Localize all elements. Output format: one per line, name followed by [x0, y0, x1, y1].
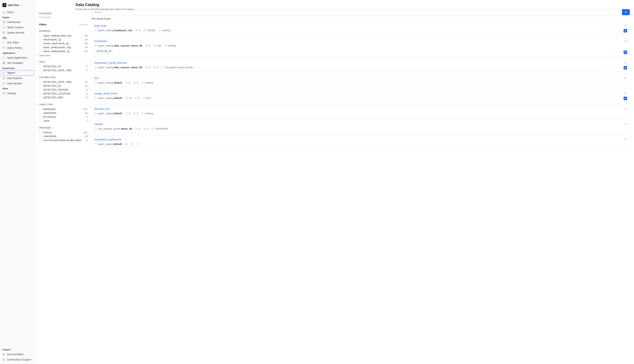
sidebar-item-lakehouses[interactable]: Lakehouses	[0, 20, 35, 25]
checkbox[interactable]	[39, 81, 42, 84]
filter-option[interactable]: iceberg211	[39, 130, 88, 134]
filter-count: 44	[85, 34, 88, 37]
filter-option[interactable]: DETECTED_PII7	[39, 64, 88, 68]
star-icon[interactable]	[624, 76, 627, 80]
result-title[interactable]: sample	[94, 122, 103, 126]
star-icon[interactable]	[624, 138, 627, 141]
filter-option[interactable]: DETECTED_NRP3	[39, 96, 88, 100]
checkbox[interactable]	[39, 50, 42, 52]
svg-rect-49	[144, 128, 145, 128]
filter-group-schemas: SCHEMAS	[39, 30, 88, 32]
checkbox[interactable]	[39, 92, 42, 95]
checkbox[interactable]	[39, 65, 42, 68]
sidebar-item-sql-editor[interactable]: SQL Editor	[0, 40, 35, 45]
checkbox[interactable]	[39, 69, 42, 72]
checkbox[interactable]	[39, 34, 42, 37]
result-title[interactable]: test	[94, 76, 98, 80]
filter-option[interactable]: com.microsoft.sqlserver.jdbc.spark4	[39, 138, 88, 142]
filter-option[interactable]: DETECTED_DATE_TIME23	[39, 80, 88, 84]
user-menu[interactable]: JD John Doe ▾	[0, 2, 35, 10]
checkbox[interactable]	[39, 116, 42, 118]
sidebar-item-jupyter-kernels[interactable]: Jupyter Kernels	[0, 30, 35, 35]
result-title[interactable]: employees_partitioned	[94, 138, 121, 141]
checkbox[interactable]	[39, 139, 42, 142]
checkbox[interactable]	[39, 42, 42, 45]
svg-rect-8	[3, 63, 4, 64]
checkbox[interactable]	[39, 112, 42, 114]
sidebar-item-community-support[interactable]: Community & Support	[0, 357, 35, 362]
result-title[interactable]: employees	[94, 40, 107, 42]
search-icon	[3, 72, 6, 74]
filter-option[interactable]: DETECTED_PERSON6	[39, 88, 88, 92]
result-title[interactable]: dept_emp	[94, 24, 106, 27]
result-title[interactable]: decimal_test	[94, 107, 109, 110]
schema-path: spark_catalog.default	[94, 143, 122, 146]
svg-point-16	[95, 29, 96, 30]
svg-rect-30	[154, 68, 156, 68]
file-icon	[151, 128, 154, 130]
filter-option[interactable]: UNKNOWN14	[39, 111, 88, 115]
filter-option[interactable]: MANAGED221	[39, 107, 88, 111]
rows-count: 100	[154, 44, 161, 47]
columns-count: 0	[125, 81, 130, 84]
svg-rect-42	[126, 112, 126, 114]
sidebar-item-data-explorer[interactable]: Data Explorer	[0, 76, 35, 81]
checkbox[interactable]	[39, 96, 42, 99]
sidebar-item-search[interactable]: Search	[1, 70, 34, 76]
star-icon[interactable]	[624, 122, 627, 126]
checkbox[interactable]	[39, 131, 42, 134]
filter-name: UNKNOWN	[43, 112, 83, 114]
checkbox[interactable]	[39, 85, 42, 87]
star-icon[interactable]	[624, 24, 627, 28]
columns-icon	[135, 128, 138, 130]
checkbox[interactable]	[39, 38, 42, 41]
clear-all-button[interactable]: Clear all	[79, 23, 88, 26]
explorer-icon	[2, 77, 5, 80]
sidebar-item-home[interactable]: Home	[0, 10, 35, 15]
columns-icon	[145, 44, 148, 47]
file-icon	[162, 66, 164, 68]
nav-label: Lakehouses	[7, 21, 20, 24]
star-icon[interactable]	[624, 107, 627, 110]
star-icon[interactable]	[624, 39, 627, 43]
nav-label: Community & Support	[7, 358, 31, 361]
schema-path: spark_catalog.data_sources_demo_db	[94, 66, 142, 69]
sidebar-item-spark-connect[interactable]: Spark Connect	[0, 25, 35, 30]
svg-rect-2	[3, 32, 5, 34]
checkbox[interactable]	[39, 135, 42, 138]
shield-icon	[2, 82, 5, 85]
filter-option[interactable]: spark_catalog.tpcds_10g24	[39, 45, 88, 49]
filter-option[interactable]: DETECTED_DATE_TIME1	[39, 68, 88, 72]
sidebar-item-job-templates[interactable]: Job Templates	[0, 60, 35, 66]
sidebar-item-spark-applications[interactable]: Spark Applications	[0, 55, 35, 60]
search-input[interactable]	[92, 9, 622, 15]
sidebar-item-query-history[interactable]: Query History	[0, 45, 35, 50]
sidebar-item-settings[interactable]: Settings	[0, 91, 35, 96]
filter-option[interactable]: VIEW1	[39, 119, 88, 123]
filter-option[interactable]: EXTERNAL3	[39, 115, 88, 119]
checkbox[interactable]	[39, 46, 42, 49]
checkbox[interactable]	[39, 108, 42, 110]
filter-option[interactable]: DETECTED_LOCATION4	[39, 92, 88, 96]
provider: iceberg	[164, 44, 176, 47]
svg-point-5	[4, 57, 4, 58]
result-title[interactable]: ranger_audit_event	[94, 92, 117, 95]
view-more-button[interactable]: View more	[39, 54, 50, 57]
filter-option[interactable]: spark_catalog.nurlan_test44	[39, 34, 88, 38]
columns-icon	[136, 29, 138, 32]
nav-label: Spark Applications	[7, 56, 27, 59]
result-title[interactable]: employees_mysql_external	[94, 61, 126, 64]
filter-option[interactable]: DETECTED_PII12	[39, 84, 88, 88]
search-button[interactable]	[622, 9, 630, 15]
star-icon[interactable]	[624, 92, 627, 95]
filter-option[interactable]: nessie_oauth.tpcds_1g24	[39, 42, 88, 45]
filter-option[interactable]: nessie.tpcds_1g24	[39, 38, 88, 42]
checkbox[interactable]	[39, 120, 42, 122]
star-icon[interactable]	[624, 61, 627, 64]
filter-option[interactable]: spark_catalog.tpcds_1g24	[39, 49, 88, 53]
filter-option[interactable]: UNKNOWN15	[39, 134, 88, 138]
sidebar-item-data-security[interactable]: Data Security	[0, 81, 35, 86]
checkbox[interactable]	[39, 88, 42, 91]
result-badge: R	[624, 66, 627, 70]
sidebar-item-documentation[interactable]: Documentation	[0, 352, 35, 357]
